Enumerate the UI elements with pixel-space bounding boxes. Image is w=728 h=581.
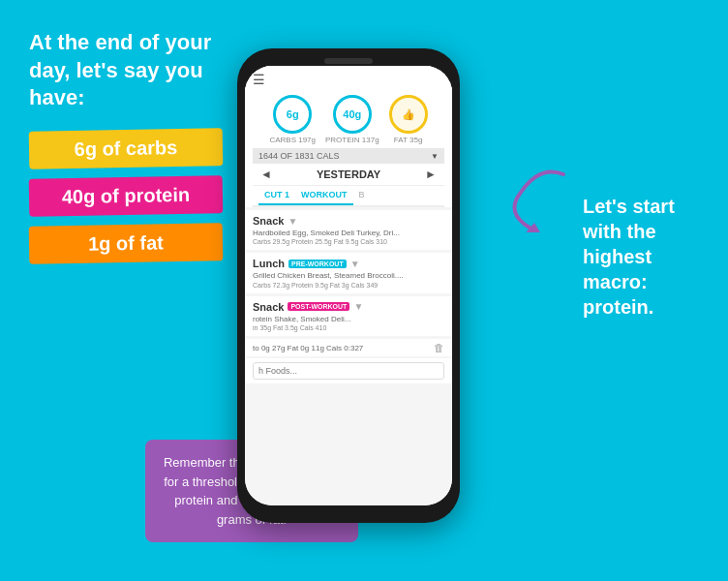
right-panel: Let's start with the highest macro: prot…	[583, 194, 709, 320]
next-day-button[interactable]: ►	[425, 168, 437, 181]
lunch-header: Lunch PRE-WORKOUT ▼	[253, 258, 444, 269]
snack-1-header: Snack ▼	[253, 215, 444, 227]
carbs-label: CARBS 197g	[269, 136, 316, 144]
lunch-section: Lunch PRE-WORKOUT ▼ Grilled Chicken Brea…	[245, 253, 452, 292]
phone-screen: ☰ 6g CARBS 197g	[245, 66, 452, 505]
post-workout-badge: POST-WORKOUT	[288, 302, 349, 311]
prev-day-button[interactable]: ◄	[260, 168, 272, 181]
add-food-row	[245, 358, 452, 383]
protein-ring: 40g	[333, 95, 372, 134]
intro-text: At the end of your day, let's say you ha…	[29, 29, 223, 112]
snack-2-header: Snack POST-WORKOUT ▼	[253, 301, 444, 313]
add-food-input[interactable]	[253, 362, 444, 380]
snack-1-items: Hardboiled Egg, Smoked Deli Turkey, Dri.…	[253, 229, 444, 238]
hamburger-icon[interactable]: ☰	[253, 72, 265, 87]
left-panel: At the end of your day, let's say you ha…	[29, 29, 223, 272]
protein-label: PROTEIN 137g	[325, 136, 379, 144]
app-header: ☰ 6g CARBS 197g	[245, 66, 452, 207]
snack-2-name: Snack	[253, 301, 284, 313]
carbs-ring: 6g	[273, 95, 312, 134]
fat-circle: 👍 FAT 35g	[389, 95, 428, 144]
day-label: YESTERDAY	[317, 168, 380, 180]
snack-1-macros: Carbs 29.5g Protein 25.5g Fat 9.5g Cals …	[253, 238, 444, 245]
lunch-macros: Carbs 72.3g Protein 9.5g Fat 3g Cals 349	[253, 282, 444, 289]
fat-label: FAT 35g	[394, 136, 423, 144]
protein-circle: 40g PROTEIN 137g	[325, 95, 379, 144]
snack-section-2: Snack POST-WORKOUT ▼ rotein Shake, Smoke…	[245, 296, 452, 336]
lunch-dropdown[interactable]: ▼	[350, 259, 360, 269]
app-content: ☰ 6g CARBS 197g	[245, 66, 452, 505]
lunch-items: Grilled Chicken Breast, Steamed Broccoli…	[253, 271, 444, 281]
phone-speaker	[324, 58, 373, 64]
app-tabs: CUT 1 WORKOUT B	[253, 186, 444, 207]
last-row-macros: to 0g 27g Fat 0g 11g Cals 0:327	[253, 344, 363, 352]
day-nav: ◄ YESTERDAY ►	[253, 164, 444, 186]
snack-2-dropdown[interactable]: ▼	[353, 301, 363, 312]
calorie-bar: 1644 OF 1831 CALS ▼	[253, 148, 444, 164]
calories-text: 1644 OF 1831 CALS	[258, 151, 340, 161]
tab-cut1[interactable]: CUT 1	[258, 186, 295, 205]
fat-value: 👍	[402, 108, 415, 121]
fat-badge: 1g of fat	[29, 223, 224, 263]
snack-1-name: Snack	[253, 215, 284, 227]
macro-circles: 6g CARBS 197g 40g PR	[253, 91, 444, 148]
fat-ring: 👍	[389, 95, 428, 134]
carbs-circle: 6g CARBS 197g	[269, 95, 316, 144]
arrow-icon	[481, 155, 578, 232]
carbs-badge: 6g of carbs	[29, 128, 224, 168]
snack-1-dropdown[interactable]: ▼	[288, 216, 297, 227]
right-text: Let's start with the highest macro: prot…	[583, 196, 675, 318]
last-food-row: to 0g 27g Fat 0g 11g Cals 0:327 🗑	[245, 339, 452, 356]
top-bar: ☰	[253, 72, 444, 87]
lunch-name: Lunch	[253, 258, 285, 269]
phone: ☰ 6g CARBS 197g	[237, 48, 460, 523]
delete-icon[interactable]: 🗑	[434, 342, 444, 353]
tab-workout[interactable]: WORKOUT	[295, 186, 353, 205]
carbs-value: 6g	[287, 108, 299, 120]
tab-b[interactable]: B	[353, 186, 371, 205]
snack-section-1: Snack ▼ Hardboiled Egg, Smoked Deli Turk…	[245, 210, 452, 250]
snack-2-macros: in 35g Fat 3.5g Cals 410	[253, 324, 444, 331]
phone-shell: ☰ 6g CARBS 197g	[237, 48, 460, 523]
pre-workout-badge: PRE-WORKOUT	[288, 260, 347, 268]
snack-2-items: rotein Shake, Smoked Deli...	[253, 315, 444, 324]
dropdown-arrow-icon[interactable]: ▼	[431, 152, 439, 161]
protein-value: 40g	[343, 108, 361, 120]
protein-badge: 40g of protein	[29, 175, 224, 216]
